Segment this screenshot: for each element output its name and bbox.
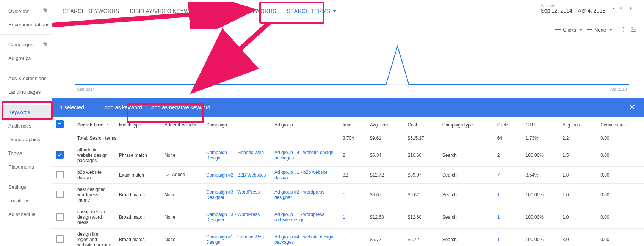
cell[interactable]: Ad group #1 - wordpress website design — [271, 206, 339, 229]
cell[interactable]: 1 — [494, 206, 522, 229]
cell[interactable]: Ad group #4 - website design packages — [271, 229, 339, 246]
sidebar-item-label: Landing pages — [8, 89, 41, 95]
tab-display-video-keywords[interactable]: DISPLAY/VIDEO KEYWORDS — [124, 0, 210, 22]
cell: Search — [439, 229, 494, 246]
metric-2-swatch — [587, 29, 592, 30]
cell[interactable]: Campaign #3 - WordPress Designer — [202, 184, 271, 206]
cell: Search — [439, 206, 494, 229]
select-all-checkbox[interactable] — [52, 117, 74, 132]
tab-bar: SEARCH KEYWORDSDISPLAY/VIDEO KEYWORDSNEG… — [52, 0, 644, 22]
cell[interactable]: Campaign #3 - WordPress Designer — [202, 206, 271, 229]
cell: Search — [439, 184, 494, 206]
cell-added-excluded: None — [161, 229, 202, 246]
sidebar-item-recommendations[interactable]: Recommendations — [0, 17, 52, 31]
chevron-down-icon — [609, 29, 612, 31]
sidebar-item-label: Demographics — [8, 137, 40, 142]
cell: best designed wordpress theme — [74, 184, 115, 206]
col-campaign[interactable]: Campaign — [202, 117, 271, 132]
chart-settings-button[interactable] — [628, 24, 639, 35]
tab-search-terms[interactable]: SEARCH TERMS — [282, 0, 342, 22]
metric-2-selector[interactable]: None — [587, 27, 612, 33]
sidebar-item-ads-extensions[interactable]: Ads & extensions — [0, 71, 52, 85]
sidebar-item-locations[interactable]: Locations — [0, 194, 52, 207]
cell: affordable website design packages — [74, 144, 115, 167]
row-checkbox[interactable] — [56, 235, 64, 243]
cell[interactable]: Campaign #1 - Generic Web Design — [202, 144, 271, 167]
prev-period-button[interactable] — [615, 3, 626, 14]
sidebar-item-settings[interactable]: Settings — [0, 180, 52, 194]
col-conversions[interactable]: Conversions — [597, 117, 644, 132]
tab-negative-keywords[interactable]: NEGATIVE KEYWORDS — [210, 0, 281, 22]
row-checkbox[interactable] — [56, 171, 64, 178]
sidebar-item-landing-pages[interactable]: Landing pages — [0, 85, 52, 99]
cell: 100.00% — [522, 144, 559, 167]
col-added-excluded[interactable]: Added/Excluded — [161, 117, 202, 132]
cell: $10.68 — [404, 144, 439, 167]
sidebar-item-placements[interactable]: Placements — [0, 160, 52, 173]
cell[interactable]: 1 — [339, 184, 366, 206]
sidebar-item-label: Ad schedule — [8, 211, 36, 217]
sidebar-item-keywords[interactable]: Keywords — [0, 105, 52, 119]
cell[interactable]: Campaign #2 - B2B Websites — [202, 167, 271, 184]
col-clicks[interactable]: Clicks — [494, 117, 522, 132]
col-ad-group[interactable]: Ad group — [271, 117, 339, 132]
sidebar-item-label: Overview — [8, 8, 29, 14]
cell: 0.00 — [597, 229, 644, 246]
cell-added-excluded: Added — [161, 167, 202, 184]
cell: 0.00 — [597, 144, 644, 167]
cell[interactable]: 1 — [339, 206, 366, 229]
chevron-down-icon — [333, 10, 336, 12]
selection-count: 1 selected — [60, 104, 92, 110]
cell: 7 — [494, 167, 522, 184]
sidebar-item-label: Ad groups — [8, 55, 31, 61]
cell[interactable]: Ad group #2 - wordpress designer — [271, 184, 339, 206]
row-checkbox[interactable] — [56, 191, 64, 198]
cell: Exact match — [115, 167, 161, 184]
expand-chart-button[interactable] — [616, 24, 627, 35]
table-row: affordable website design packagesPhrase… — [52, 144, 644, 167]
table-totals-row: Total: Search terms3,704$9.61$615.17641.… — [52, 132, 644, 144]
col-campaign-type[interactable]: Campaign type — [439, 117, 494, 132]
row-checkbox[interactable] — [56, 151, 64, 159]
cell: $9.67 — [404, 184, 439, 206]
col-cost[interactable]: Cost — [404, 117, 439, 132]
col-avg-pos-[interactable]: Avg. pos. — [559, 117, 597, 132]
next-period-button[interactable] — [626, 3, 636, 14]
cell[interactable]: Ad group #4 - website design packages — [271, 144, 339, 167]
x-start: Sep 2014 — [77, 87, 95, 91]
sidebar-item-ad-groups[interactable]: Ad groups — [0, 51, 52, 65]
sidebar-item-audiences[interactable]: Audiences — [0, 119, 52, 132]
close-action-bar-button[interactable] — [628, 103, 636, 112]
date-range-picker[interactable]: All time Sep 12, 2014 – Apr 4, 2018 — [541, 3, 636, 14]
cell: $5.72 — [366, 229, 404, 246]
sidebar-item-topics[interactable]: Topics — [0, 146, 52, 160]
metric-2-label: None — [594, 27, 606, 33]
chevron-down-icon — [579, 29, 582, 31]
cell: 2 — [339, 144, 366, 167]
tab-label: DISPLAY/VIDEO KEYWORDS — [130, 8, 205, 14]
sidebar-item-overview[interactable]: Overview — [0, 4, 52, 17]
sidebar-item-label: Audiences — [8, 123, 31, 129]
col-avg-cost[interactable]: Avg. cost — [366, 117, 404, 132]
sidebar-item-demographics[interactable]: Demographics — [0, 132, 52, 146]
sidebar-item-campaigns[interactable]: Campaigns — [0, 38, 52, 51]
col-impr-[interactable]: Impr. — [339, 117, 366, 132]
sidebar-item-ad-schedule[interactable]: Ad schedule — [0, 207, 52, 221]
cell[interactable]: 1 — [494, 184, 522, 206]
cell[interactable]: 1 — [339, 229, 366, 246]
col-match-type[interactable]: Match type — [115, 117, 161, 132]
cell[interactable]: 1 — [494, 229, 522, 246]
cell[interactable]: Ad group #1 - b2b website design — [271, 167, 339, 184]
col-ctr[interactable]: CTR — [522, 117, 559, 132]
cell: $12.72 — [366, 167, 404, 184]
metric-1-selector[interactable]: Clicks — [555, 27, 582, 33]
metric-1-swatch — [555, 29, 561, 30]
cell-added-excluded: None — [161, 184, 202, 206]
row-checkbox[interactable] — [56, 213, 64, 221]
add-as-negative-keyword-button[interactable]: Add as negative keyword — [146, 101, 215, 114]
cell[interactable]: Campaign #1 - Generic Web Design — [202, 229, 271, 246]
add-as-keyword-button[interactable]: Add as keyword — [100, 101, 147, 114]
cell: 2 — [494, 144, 522, 167]
col-search-term[interactable]: Search term↑ — [74, 117, 115, 132]
tab-search-keywords[interactable]: SEARCH KEYWORDS — [58, 0, 124, 22]
